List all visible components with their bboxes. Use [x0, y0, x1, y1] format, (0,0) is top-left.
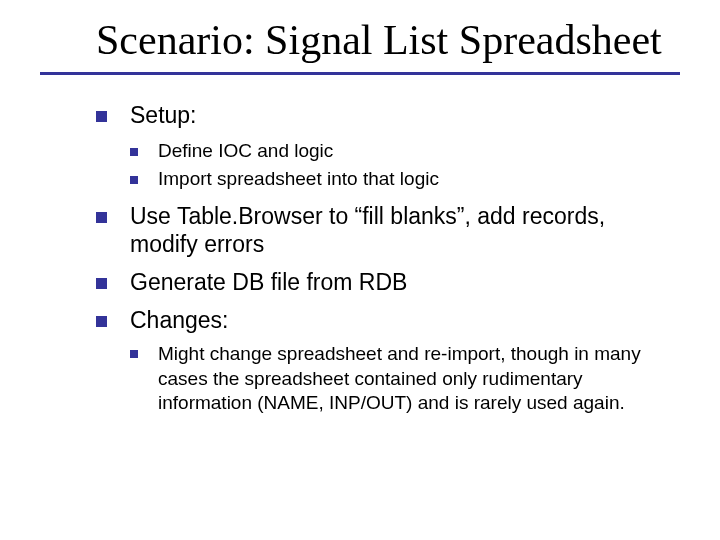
- bullet-item: Generate DB file from RDB: [96, 268, 654, 296]
- bullet-sublist: Define IOC and logic Import spreadsheet …: [130, 139, 654, 192]
- bullet-text: Generate DB file from RDB: [130, 269, 407, 295]
- bullet-subitem: Might change spreadsheet and re-import, …: [130, 342, 654, 416]
- bullet-list: Setup: Define IOC and logic Import sprea…: [96, 101, 654, 416]
- bullet-text: Define IOC and logic: [158, 140, 333, 161]
- bullet-item: Changes: Might change spreadsheet and re…: [96, 306, 654, 416]
- bullet-text: Setup:: [130, 102, 197, 128]
- bullet-text: Might change spreadsheet and re-import, …: [158, 343, 641, 413]
- slide: Scenario: Signal List Spreadsheet Setup:…: [0, 0, 720, 540]
- bullet-sublist: Might change spreadsheet and re-import, …: [130, 342, 654, 416]
- bullet-subitem: Import spreadsheet into that logic: [130, 167, 654, 191]
- slide-title: Scenario: Signal List Spreadsheet: [96, 18, 670, 62]
- bullet-text: Use Table.Browser to “fill blanks”, add …: [130, 203, 605, 257]
- bullet-subitem: Define IOC and logic: [130, 139, 654, 163]
- bullet-item: Use Table.Browser to “fill blanks”, add …: [96, 202, 654, 258]
- title-wrap: Scenario: Signal List Spreadsheet: [40, 18, 680, 62]
- bullet-text: Changes:: [130, 307, 228, 333]
- bullet-item: Setup: Define IOC and logic Import sprea…: [96, 101, 654, 192]
- bullet-text: Import spreadsheet into that logic: [158, 168, 439, 189]
- slide-body: Setup: Define IOC and logic Import sprea…: [40, 75, 680, 416]
